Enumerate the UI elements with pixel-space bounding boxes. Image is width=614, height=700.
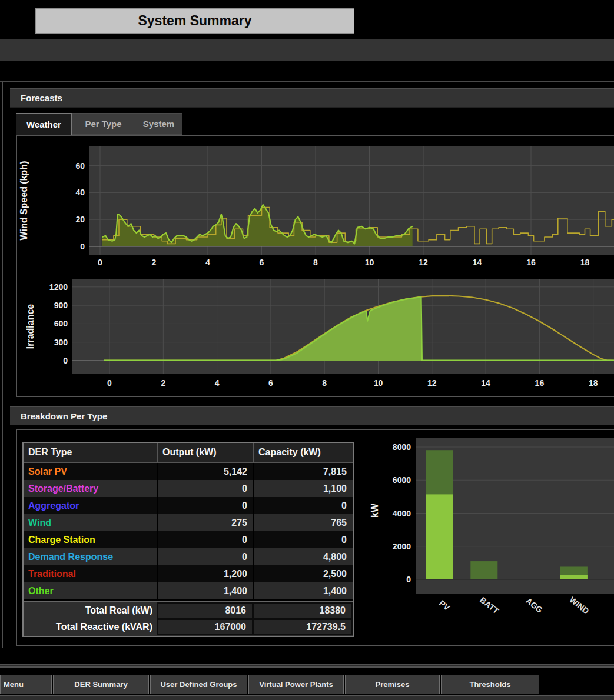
table-row-wind: Wind275765 (24, 514, 353, 531)
y-tick-label: 40 (75, 188, 85, 197)
table-row-other: Other1,4001,400 (24, 582, 353, 599)
x-tick-label: 4 (215, 378, 220, 388)
x-tick-label: 18 (580, 258, 590, 267)
y-tick-label: 300 (54, 338, 68, 347)
table-row-storage-battery: Storage/Battery01,100 (24, 480, 353, 497)
x-tick-label: 2 (152, 258, 157, 267)
capacity-value: 2,500 (253, 565, 353, 582)
y-tick-label: 60 (75, 161, 85, 171)
output-value: 0 (157, 480, 253, 497)
bar-category-label: PV (437, 598, 452, 613)
x-tick-label: 4 (205, 258, 210, 267)
bar-category-label: BATT (478, 595, 501, 616)
output-value: 1,400 (157, 582, 253, 599)
nav-tab-thresholds[interactable]: Thresholds (441, 675, 539, 694)
breakdown-title: Breakdown Per Type (21, 411, 107, 421)
der-type-label: Wind (24, 514, 157, 531)
tab-system[interactable]: System (135, 113, 182, 135)
table-row-solar-pv: Solar PV5,1427,815 (24, 463, 353, 480)
output-value: 0 (157, 548, 253, 565)
capacity-value: 1,400 (253, 582, 353, 599)
x-tick-label: 6 (268, 378, 273, 388)
der-type-label: Charge Station (24, 531, 157, 548)
bar-y-tick-label: 2000 (393, 542, 411, 551)
x-tick-label: 12 (419, 258, 428, 267)
y-axis-title: Wind Speed (kph) (19, 161, 29, 241)
x-tick-label: 8 (313, 258, 318, 267)
capacity-value: 7,815 (253, 463, 353, 480)
capacity-value: 0 (253, 497, 353, 514)
nav-tab-premises[interactable]: Premises (345, 675, 440, 694)
capacity-value: 1,100 (253, 480, 353, 497)
forecasts-panel-header: Forecasts (10, 88, 614, 108)
der-type-table: DER TypeOutput (kW)Capacity (kW)Solar PV… (22, 442, 354, 637)
total-output-value: 8016 (157, 602, 253, 619)
bar-category-label: AGG (524, 596, 545, 615)
bar-y-tick-label: 8000 (393, 442, 411, 452)
nav-tab-user-defined-groups[interactable]: User Defined Groups (150, 675, 247, 694)
column-header: Output (kW) (157, 443, 253, 462)
total-output-value: 167000 (157, 619, 253, 635)
table-row-traditional: Traditional1,2002,500 (24, 565, 353, 582)
breakdown-panel-header: Breakdown Per Type (10, 406, 614, 425)
bar-y-tick-label: 6000 (393, 475, 411, 485)
y-tick-label: 0 (80, 242, 85, 251)
nav-tab-der-summary[interactable]: DER Summary (53, 675, 149, 694)
y-axis-title: Irradiance (25, 304, 35, 349)
page-title[interactable]: System Summary (35, 8, 354, 34)
total-row-total-real-kw: Total Real (kW)801618380 (24, 602, 353, 619)
forecasts-title: Forecasts (21, 93, 62, 103)
output-value: 275 (157, 514, 253, 531)
bottom-separator (0, 664, 614, 668)
bar-y-tick-label: 0 (406, 575, 411, 584)
x-tick-label: 12 (427, 378, 437, 388)
y-tick-label: 1200 (49, 282, 68, 292)
output-value: 1,200 (157, 565, 253, 582)
capacity-value: 765 (253, 514, 353, 531)
der-type-label: Other (24, 582, 157, 599)
x-tick-label: 16 (526, 258, 536, 267)
table-row-charge-station: Charge Station00 (24, 531, 353, 548)
system-summary-page: System Summary Forecasts WeatherPer Type… (0, 0, 614, 700)
output-value: 0 (157, 497, 253, 514)
bottom-nav-bar: MenuDER SummaryUser Defined GroupsVirtua… (0, 675, 614, 694)
nav-tab-menu[interactable]: Menu (0, 675, 52, 694)
x-tick-label: 14 (481, 378, 490, 388)
x-tick-label: 10 (374, 378, 383, 388)
tab-weather[interactable]: Weather (16, 113, 72, 135)
x-tick-label: 0 (98, 258, 102, 267)
totals-block: Total Real (kW)801618380Total Reactive (… (24, 601, 353, 636)
forecast-tabs: WeatherPer TypeSystem (16, 113, 182, 135)
der-type-label: Storage/Battery (24, 480, 157, 497)
tab-per-type[interactable]: Per Type (72, 113, 135, 135)
table-header-row: DER TypeOutput (kW)Capacity (kW) (24, 443, 353, 463)
capacity-value: 0 (253, 531, 353, 548)
irradiance-chart: 02468101214161803006009001200Irradiance (0, 271, 614, 397)
der-type-label: Aggregator (24, 497, 157, 514)
output-value: 0 (157, 531, 253, 548)
x-tick-label: 6 (260, 258, 264, 267)
x-tick-label: 8 (322, 378, 327, 388)
bottom-strip (0, 695, 614, 700)
total-row-total-reactive-kvar: Total Reactive (kVAR)167000172739.5 (24, 619, 353, 635)
column-header: DER Type (24, 443, 157, 462)
bar-y-tick-label: 4000 (393, 509, 411, 518)
total-capacity-value: 172739.5 (253, 619, 353, 635)
table-row-demand-response: Demand Response04,800 (24, 548, 353, 565)
column-header: Capacity (kW) (253, 443, 353, 462)
x-tick-label: 16 (535, 378, 545, 388)
x-tick-label: 2 (161, 378, 165, 388)
der-type-label: Demand Response (24, 548, 157, 565)
top-toolbar (0, 39, 614, 61)
total-label: Total Real (kW) (24, 602, 157, 619)
bar-y-axis-title: kW (370, 503, 380, 518)
total-capacity-value: 18380 (253, 602, 353, 619)
wind-speed-chart: 0246810121416180204060Wind Speed (kph) (0, 140, 614, 272)
capacity-value: 4,800 (253, 548, 353, 565)
output-value: 5,142 (157, 463, 253, 480)
nav-tab-virtual-power-plants[interactable]: Virtual Power Plants (248, 675, 344, 694)
y-tick-label: 0 (63, 356, 68, 365)
x-tick-label: 18 (589, 378, 598, 388)
y-tick-label: 20 (75, 215, 85, 224)
x-tick-label: 10 (365, 258, 374, 267)
